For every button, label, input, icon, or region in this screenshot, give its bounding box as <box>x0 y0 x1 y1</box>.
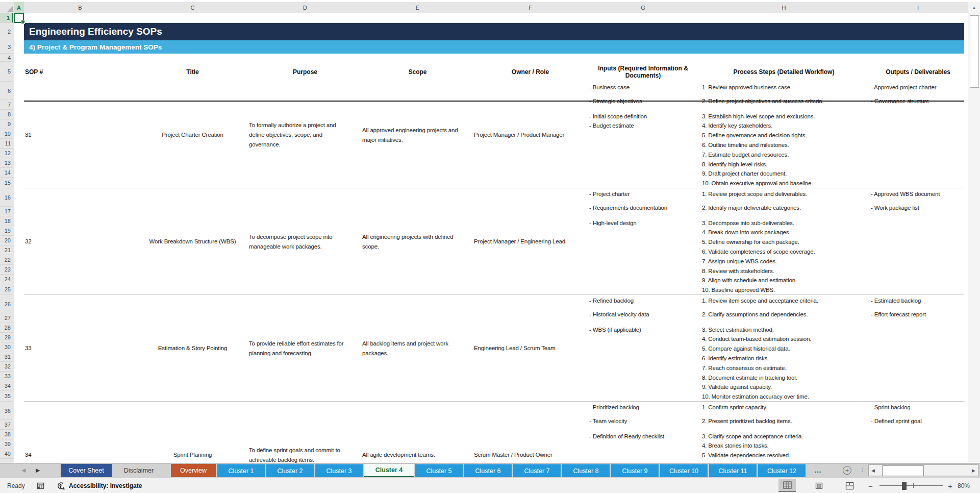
page-break-view-button[interactable] <box>841 479 858 492</box>
cell-owner[interactable]: Engineering Lead / Scrum Team <box>474 295 587 402</box>
row-header-5[interactable]: 5 <box>0 62 13 82</box>
cell-outputs[interactable]: - Estimated backlog- Effort forecast rep… <box>868 295 968 402</box>
cell-steps[interactable]: 1. Confirm sprint capacity.2. Present pr… <box>699 402 868 463</box>
header-cell-B[interactable]: SOP # <box>24 62 136 82</box>
title-cell[interactable]: Engineering Efficiency SOPs <box>24 23 964 40</box>
cell-title[interactable]: Work Breakdown Structure (WBS) <box>136 188 249 295</box>
sheet-tab-disclaimer[interactable]: Disclaimer <box>113 464 164 477</box>
cell-title[interactable]: Estimation & Story Pointing <box>136 295 249 402</box>
column-header-D[interactable]: D <box>249 2 362 13</box>
cell-inputs[interactable]: - Prioritized backlog- Team velocity- De… <box>587 402 699 463</box>
accessibility-button[interactable]: Accessibility: Investigate <box>56 478 142 493</box>
normal-view-button[interactable] <box>778 479 796 492</box>
cell-title[interactable]: Sprint Planning <box>136 402 249 463</box>
add-sheet-button[interactable]: + <box>843 466 851 475</box>
row-header-1[interactable]: 1 <box>0 13 13 23</box>
cell-sop-number[interactable]: 32 <box>24 188 136 295</box>
header-cell-C[interactable]: Title <box>136 62 249 82</box>
column-header-F[interactable]: F <box>474 2 587 13</box>
sheet-tab-cluster-3[interactable]: Cluster 3 <box>315 464 363 477</box>
sheet-tab-cluster-5[interactable]: Cluster 5 <box>415 464 463 477</box>
fill-handle[interactable] <box>21 20 25 24</box>
cell-steps[interactable]: 1. Review approved business case.2. Defi… <box>699 82 868 188</box>
hscroll-right-button[interactable]: ▶ <box>969 465 978 476</box>
vscroll-thumb[interactable] <box>970 15 979 88</box>
cell-purpose[interactable]: To provide reliable effort estimates for… <box>249 295 361 402</box>
column-header-B[interactable]: B <box>24 2 137 13</box>
hscroll-left-button[interactable]: ◀ <box>869 465 877 476</box>
zoom-level[interactable]: 80% <box>958 478 970 493</box>
sheet-tab-cluster-10[interactable]: Cluster 10 <box>660 464 708 477</box>
cell-sop-number[interactable]: 31 <box>24 82 136 188</box>
tab-overflow-ellipsis[interactable]: … <box>814 466 821 474</box>
column-header-A[interactable]: A <box>14 2 24 14</box>
cell-inputs[interactable]: - Refined backlog- Historical velocity d… <box>587 295 699 402</box>
cell-inputs[interactable]: - Project charter- Requirements document… <box>587 188 699 295</box>
cell-owner[interactable]: Scrum Master / Product Owner <box>474 402 587 463</box>
sheet-tab-cluster-12[interactable]: Cluster 12 <box>758 464 806 477</box>
sheet-tab-cluster-1[interactable]: Cluster 1 <box>217 464 265 477</box>
cell-purpose[interactable]: To decompose project scope into manageab… <box>249 188 361 295</box>
header-cell-H[interactable]: Process Steps (Detailed Workflow) <box>699 62 868 82</box>
sheet-tab-cluster-7[interactable]: Cluster 7 <box>513 464 561 477</box>
input-item: - Requirements documentation <box>589 203 699 213</box>
zoom-slider[interactable] <box>880 485 943 486</box>
cell-outputs[interactable]: - Sprint backlog- Defined sprint goal <box>868 402 968 463</box>
step-item: 7. Assign unique WBS codes. <box>702 257 868 266</box>
tab-nav-left-button[interactable]: ◀ <box>21 467 26 473</box>
cell-purpose[interactable]: To define sprint goals and commit to ach… <box>249 402 361 463</box>
hscroll-thumb[interactable] <box>882 465 924 476</box>
row-header-3[interactable]: 3 <box>0 40 13 54</box>
macro-record-icon[interactable] <box>37 478 44 493</box>
header-cell-E[interactable]: Scope <box>361 62 474 82</box>
cell-scope[interactable]: All engineering projects with defined sc… <box>361 188 474 295</box>
header-cell-F[interactable]: Owner / Role <box>474 62 587 82</box>
column-header-C[interactable]: C <box>136 2 249 13</box>
column-header-H[interactable]: H <box>699 2 869 13</box>
horizontal-scrollbar[interactable]: ◀ ▶ <box>868 464 978 476</box>
sheet-tab-cluster-4[interactable]: Cluster 4 <box>364 464 414 477</box>
accessibility-icon <box>56 482 65 490</box>
cell-scope[interactable]: All backlog items and project work packa… <box>361 295 474 402</box>
cell-purpose[interactable]: To formally authorize a project and defi… <box>249 82 361 188</box>
sheet-tab-cluster-8[interactable]: Cluster 8 <box>562 464 610 477</box>
column-header-G[interactable]: G <box>587 2 700 13</box>
select-all-button[interactable] <box>0 2 14 13</box>
cell-scope[interactable]: All approved engineering projects and ma… <box>361 82 474 188</box>
sheet-tab-cluster-9[interactable]: Cluster 9 <box>611 464 659 477</box>
tab-nav-right-button[interactable]: ▶ <box>36 467 40 473</box>
sheet-tab-cluster-11[interactable]: Cluster 11 <box>709 464 757 477</box>
cell-owner[interactable]: Project Manager / Engineering Lead <box>474 188 587 295</box>
cell-scope[interactable]: All agile development teams. <box>361 402 474 463</box>
row-header-2[interactable]: 2 <box>0 23 13 40</box>
header-cell-D[interactable]: Purpose <box>249 62 361 82</box>
column-header-E[interactable]: E <box>361 2 474 13</box>
subtitle-cell[interactable]: 4) Project & Program Management SOPs <box>24 40 964 54</box>
header-cell-G[interactable]: Inputs (Required Information & Documents… <box>587 62 699 82</box>
selected-cell[interactable] <box>14 13 24 23</box>
cell-inputs[interactable]: - Business case- Strategic objectives- I… <box>587 82 699 188</box>
cell-steps[interactable]: 1. Review item scope and acceptance crit… <box>699 295 868 402</box>
cell-outputs[interactable]: - Approved project charter- Governance s… <box>868 82 968 188</box>
sheet-tab-overview[interactable]: Overview <box>171 464 216 477</box>
sheet-tab-cover-sheet[interactable]: Cover Sheet <box>61 464 112 477</box>
sheet-tab-cluster-6[interactable]: Cluster 6 <box>464 464 512 477</box>
column-header-I[interactable]: I <box>868 2 968 13</box>
cell-title[interactable]: Project Charter Creation <box>136 82 249 188</box>
tab-scroll-separator[interactable]: ⁝ <box>861 466 863 474</box>
cell-owner[interactable]: Project Manager / Product Manager <box>474 82 587 188</box>
header-cell-I[interactable]: Outputs / Deliverables <box>868 62 968 82</box>
sheet-tab-cluster-2[interactable]: Cluster 2 <box>266 464 314 477</box>
row-header-4[interactable]: 4 <box>0 54 13 62</box>
cell-sop-number[interactable]: 33 <box>24 295 136 402</box>
vertical-scrollbar[interactable]: ▲ <box>968 2 980 463</box>
cell-steps[interactable]: 1. Review project scope and deliverables… <box>699 188 868 295</box>
cell-sop-number[interactable]: 34 <box>24 402 136 463</box>
zoom-in-button[interactable]: + <box>948 478 952 493</box>
zoom-out-button[interactable]: − <box>868 478 873 493</box>
cell-outputs[interactable]: - Approved WBS document- Work package li… <box>868 188 968 295</box>
scroll-up-icon[interactable]: ▲ <box>968 2 980 13</box>
page-layout-view-button[interactable] <box>810 479 827 492</box>
step-item: 1. Review project scope and deliverables… <box>702 189 868 199</box>
zoom-slider-thumb[interactable] <box>902 482 907 490</box>
